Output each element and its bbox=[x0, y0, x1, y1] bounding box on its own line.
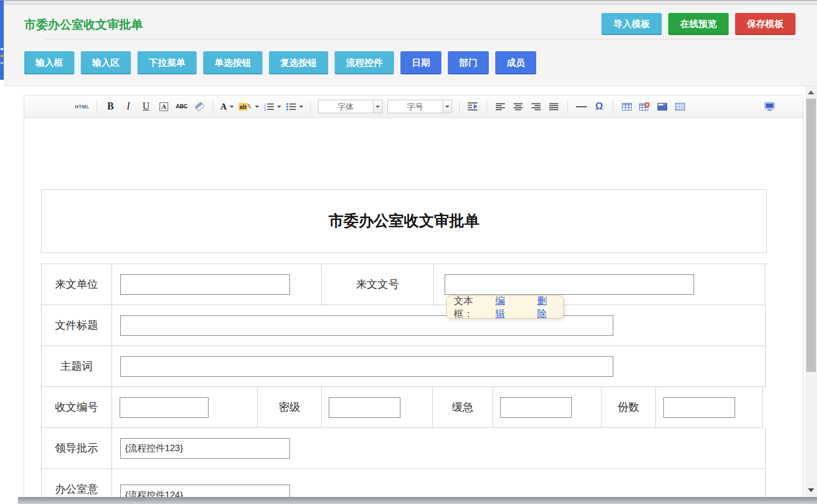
online-preview-button[interactable]: 在线预览 bbox=[668, 13, 729, 35]
tooltip-label: 文本框： bbox=[454, 294, 492, 320]
horizontal-scrollbar[interactable] bbox=[18, 497, 817, 504]
leader-note-input[interactable] bbox=[120, 438, 290, 459]
receipt-number-label: 收文编号 bbox=[55, 400, 98, 415]
tooltip-delete-link[interactable]: 删除 bbox=[537, 294, 557, 320]
insert-table-button[interactable] bbox=[620, 99, 633, 114]
highlight-color-button[interactable]: ab✎ bbox=[239, 99, 259, 114]
bold-icon: B bbox=[107, 101, 114, 112]
html-source-icon: HTML bbox=[75, 104, 89, 109]
component-toolbar: 输入框 输入区 下拉菜单 单选按钮 复选按钮 流程控件 日期 部门 成员 bbox=[24, 51, 536, 74]
horizontal-rule-icon bbox=[576, 106, 587, 107]
cell-properties-button[interactable] bbox=[674, 99, 687, 114]
add-flow-control-button[interactable]: 流程控件 bbox=[335, 51, 394, 74]
urgency-input[interactable] bbox=[500, 397, 572, 418]
vertical-scrollbar-thumb[interactable] bbox=[806, 99, 816, 372]
align-left-button[interactable] bbox=[494, 99, 507, 114]
add-department-button[interactable]: 部门 bbox=[448, 51, 489, 74]
add-date-button[interactable]: 日期 bbox=[400, 51, 441, 74]
strikethrough-button[interactable]: ABC bbox=[175, 99, 188, 114]
subject-label: 主题词 bbox=[60, 359, 93, 374]
form-row-source: 来文单位 来文文号 bbox=[41, 264, 767, 305]
toolbar-separator bbox=[487, 100, 487, 113]
ordered-list-button[interactable]: 123 bbox=[264, 99, 281, 114]
receipt-number-input[interactable] bbox=[120, 397, 209, 418]
chevron-down-icon bbox=[277, 106, 281, 108]
bold-button[interactable]: B bbox=[104, 99, 117, 114]
italic-icon: I bbox=[127, 101, 130, 112]
import-template-button[interactable]: 导入模板 bbox=[601, 13, 662, 35]
header-actions: 导入模板 在线预览 保存模板 bbox=[601, 13, 795, 35]
font-family-value: 字体 bbox=[319, 100, 373, 113]
chevron-down-icon bbox=[376, 106, 380, 108]
toolbar-separator bbox=[613, 100, 613, 113]
office-opinion-label: 办公室意 bbox=[55, 482, 98, 496]
fullscreen-button[interactable] bbox=[763, 99, 776, 114]
toolbar-separator bbox=[459, 100, 460, 113]
align-justify-icon bbox=[549, 103, 559, 111]
form-title-box: 市委办公室收文审批单 bbox=[41, 189, 767, 253]
unordered-list-button[interactable] bbox=[286, 99, 303, 114]
form-row-leader-note: 领导批示 bbox=[41, 428, 767, 469]
copies-label: 份数 bbox=[618, 400, 639, 415]
align-right-button[interactable] bbox=[530, 99, 543, 114]
add-checkbox-button[interactable]: 复选按钮 bbox=[269, 51, 328, 74]
source-unit-label: 来文单位 bbox=[55, 277, 98, 292]
insert-table-icon bbox=[622, 102, 632, 111]
add-input-button[interactable]: 输入框 bbox=[24, 51, 74, 74]
remove-format-button[interactable] bbox=[193, 99, 206, 114]
source-unit-input[interactable] bbox=[120, 274, 290, 295]
delete-table-icon bbox=[639, 102, 649, 111]
page-header: 市委办公室收文审批单 导入模板 在线预览 保存模板 输入框 输入区 下拉菜单 单… bbox=[4, 5, 817, 86]
chevron-down-icon bbox=[230, 106, 234, 108]
indent-button[interactable] bbox=[467, 99, 480, 114]
eraser-icon bbox=[195, 101, 205, 111]
doc-number-label: 来文文号 bbox=[356, 277, 399, 292]
subject-input[interactable] bbox=[120, 356, 613, 377]
editor-content[interactable]: 市委办公室收文审批单 来文单位 来文文号 文件标题 主题词 bbox=[24, 118, 803, 504]
doc-title-label: 文件标题 bbox=[55, 318, 98, 333]
field-tooltip: 文本框： 编辑 删除 bbox=[446, 295, 564, 319]
secrecy-input[interactable] bbox=[329, 397, 400, 418]
add-member-button[interactable]: 成员 bbox=[495, 51, 536, 74]
font-size-value: 字号 bbox=[388, 100, 442, 113]
font-color-button[interactable]: A bbox=[220, 99, 234, 114]
align-center-icon bbox=[514, 103, 523, 111]
add-radio-button[interactable]: 单选按钮 bbox=[203, 51, 262, 74]
secrecy-label: 密级 bbox=[279, 400, 300, 415]
font-family-select[interactable]: 字体 bbox=[318, 100, 383, 113]
toolbar-separator bbox=[96, 100, 97, 113]
font-family-dropdown-button[interactable] bbox=[373, 100, 382, 113]
source-code-button[interactable]: HTML bbox=[75, 99, 89, 114]
align-right-icon bbox=[531, 103, 541, 111]
tooltip-edit-link[interactable]: 编辑 bbox=[495, 294, 515, 320]
form-row-doc-title: 文件标题 bbox=[41, 305, 767, 346]
add-textarea-button[interactable]: 输入区 bbox=[81, 51, 131, 74]
form-title: 市委办公室收文审批单 bbox=[329, 211, 480, 231]
header-divider bbox=[46, 39, 799, 39]
scroll-down-arrow-icon[interactable] bbox=[808, 488, 814, 492]
align-justify-button[interactable] bbox=[548, 99, 560, 114]
delete-table-button[interactable] bbox=[638, 99, 651, 114]
font-size-select[interactable]: 字号 bbox=[387, 100, 452, 113]
font-size-dropdown-button[interactable] bbox=[442, 100, 452, 113]
vertical-scrollbar[interactable] bbox=[805, 86, 817, 504]
italic-button[interactable]: I bbox=[122, 99, 135, 114]
copies-input[interactable] bbox=[663, 397, 735, 418]
omega-icon: Ω bbox=[595, 101, 603, 112]
toolbar-separator bbox=[213, 100, 213, 113]
table-properties-button[interactable] bbox=[656, 99, 669, 114]
scroll-up-arrow-icon[interactable] bbox=[808, 91, 814, 94]
page-title: 市委办公室收文审批单 bbox=[24, 17, 143, 33]
font-size-box-button[interactable]: A bbox=[157, 99, 170, 114]
left-edge-strip bbox=[0, 1, 4, 80]
doc-number-input[interactable] bbox=[445, 274, 694, 295]
align-center-button[interactable] bbox=[512, 99, 525, 114]
save-template-button[interactable]: 保存模板 bbox=[735, 13, 795, 35]
horizontal-rule-button[interactable] bbox=[575, 99, 588, 114]
pencil-icon: ✎ bbox=[246, 102, 252, 110]
special-char-button[interactable]: Ω bbox=[593, 99, 606, 114]
add-dropdown-button[interactable]: 下拉菜单 bbox=[137, 51, 197, 74]
boxed-a-icon: A bbox=[160, 102, 169, 111]
toolbar-separator bbox=[567, 100, 568, 113]
underline-button[interactable]: U bbox=[140, 99, 153, 114]
